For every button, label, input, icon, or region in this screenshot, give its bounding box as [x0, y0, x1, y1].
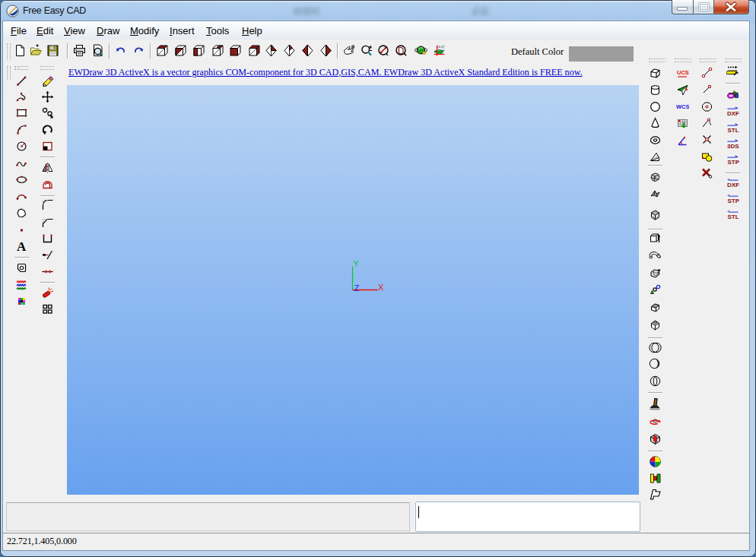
svg-text:WCS: WCS	[676, 103, 689, 110]
svg-text:STL: STL	[727, 214, 739, 220]
svg-text:Z: Z	[354, 283, 360, 293]
svg-text:A: A	[17, 239, 27, 252]
svg-text:STP: STP	[727, 159, 739, 166]
svg-text:(u,v): (u,v)	[437, 45, 445, 49]
svg-text:STL: STL	[727, 127, 739, 134]
svg-text:3DS: 3DS	[727, 143, 739, 150]
svg-text:DXF: DXF	[727, 110, 739, 117]
svg-text:DXF: DXF	[727, 182, 739, 188]
svg-text:Y: Y	[354, 259, 360, 268]
svg-text:UCS: UCS	[677, 69, 689, 76]
svg-text:STP: STP	[727, 198, 739, 204]
svg-text:X: X	[378, 283, 384, 292]
